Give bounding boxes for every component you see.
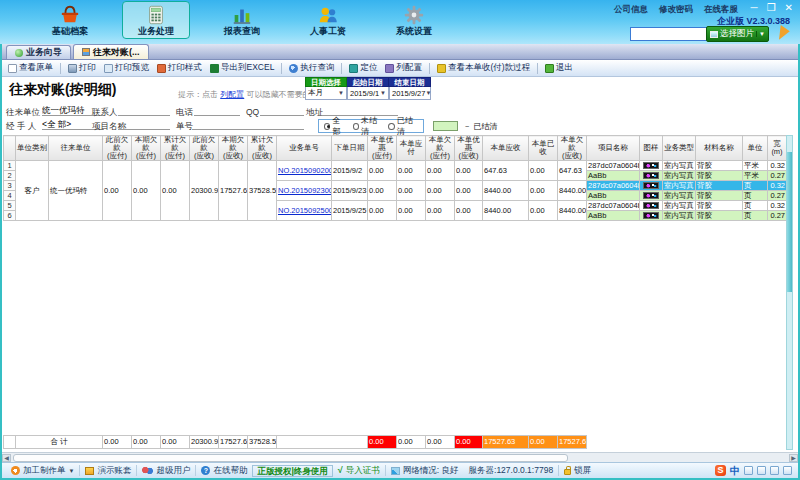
summary-row: 合 计0.000.000.0020300.9017527.6337528.530… — [4, 436, 787, 449]
column-header[interactable]: 单位 — [743, 136, 768, 161]
view-payment-process-button[interactable]: 查看本单收(付)款过程 — [433, 62, 534, 74]
column-header[interactable]: 本单欠款 (应收) — [558, 136, 587, 161]
phone-field[interactable] — [194, 105, 240, 116]
column-header[interactable]: 本单应付 — [397, 136, 426, 161]
exit-button[interactable]: 退出 — [541, 62, 577, 74]
line-project-name: AaBb — [587, 191, 640, 201]
order-no-field[interactable] — [192, 119, 304, 130]
order-link[interactable]: NO.201509020021 — [278, 166, 332, 175]
tab-reconciliation[interactable]: 往来对账(... — [73, 44, 149, 59]
column-header[interactable]: 此前欠款 (应收) — [190, 136, 219, 161]
lock-screen-item[interactable]: 锁屏 — [559, 465, 596, 477]
excel-icon — [210, 64, 219, 73]
print-button[interactable]: 打印 — [64, 62, 100, 74]
run-query-button[interactable]: 执行查询 — [285, 62, 338, 74]
chevron-down-icon[interactable]: ▼ — [756, 31, 765, 37]
demo-account-item[interactable]: 演示账套 — [80, 465, 136, 477]
nav-item-business[interactable]: 业务处理 — [122, 1, 190, 39]
nav-item-basic-archive[interactable]: 基础档案 — [36, 1, 104, 39]
sample-image[interactable] — [643, 172, 659, 179]
column-header[interactable]: 材料名称 — [696, 136, 743, 161]
import-certificate-item[interactable]: √导入证书 — [333, 465, 385, 477]
print-style-button[interactable]: 打印样式 — [153, 62, 206, 74]
sample-image[interactable] — [643, 192, 659, 199]
phone-label: 电话 — [176, 107, 193, 119]
nav-item-system-settings[interactable]: 系统设置 — [380, 1, 448, 39]
column-header[interactable]: 图样 — [640, 136, 663, 161]
end-date-dropdown[interactable]: 2015/9/27▼ — [389, 87, 431, 100]
row-number: 1 — [4, 161, 16, 171]
column-header[interactable]: 下单日期 — [332, 136, 368, 161]
scroll-left-arrow[interactable]: ◀ — [2, 454, 11, 462]
sample-image[interactable] — [643, 182, 659, 189]
maximize-button[interactable]: ❐ — [767, 2, 776, 14]
separator — [281, 63, 282, 74]
sample-image[interactable] — [643, 212, 659, 219]
column-config-button[interactable]: 列配置 — [381, 62, 426, 74]
close-button[interactable]: ✕ — [785, 2, 793, 14]
view-original-button[interactable]: 查看原单 — [4, 62, 57, 74]
horizontal-scrollbar-thumb[interactable] — [13, 454, 568, 462]
radio-all[interactable]: 全部 — [324, 115, 347, 137]
select-image-button[interactable]: 选择图片 ▼ — [706, 26, 769, 42]
export-excel-button[interactable]: 导出到EXCEL — [206, 62, 278, 74]
pen-icon[interactable] — [744, 466, 753, 475]
sogou-logo-icon[interactable]: S — [715, 465, 726, 476]
column-header[interactable] — [4, 136, 16, 161]
column-header[interactable]: 业务单号 — [277, 136, 332, 161]
ime-tray: S 中 — [715, 464, 794, 478]
company-info-link[interactable]: 公司信息 — [614, 4, 648, 16]
radio-settled[interactable]: 已结清 — [388, 115, 418, 137]
radio-unsettled[interactable]: 未结清 — [353, 115, 383, 137]
line-material: 背胶 — [696, 211, 743, 221]
column-header[interactable]: 本单应收 — [483, 136, 529, 161]
column-header[interactable]: 项目名称 — [587, 136, 640, 161]
locate-button[interactable]: 定位 — [345, 62, 381, 74]
page-title: 往来对账(按明细) — [9, 81, 116, 99]
project-field[interactable] — [118, 119, 170, 130]
order-link[interactable]: NO.201509230002 — [278, 186, 332, 195]
tab-business-wizard[interactable]: 业务向导 — [6, 45, 71, 59]
column-header[interactable]: 往来单位 — [49, 136, 103, 161]
change-password-link[interactable]: 修改密码 — [659, 4, 693, 16]
minimize-button[interactable]: ─ — [751, 2, 758, 14]
column-header[interactable]: 累计欠款 (应收) — [248, 136, 277, 161]
keyboard-icon[interactable] — [770, 466, 779, 475]
column-header[interactable]: 本单优惠 (应付) — [368, 136, 397, 161]
print-preview-button[interactable]: 打印预览 — [100, 62, 153, 74]
nav-item-hr-payroll[interactable]: 人事工资 — [294, 1, 362, 39]
horizontal-scrollbar[interactable]: ◀ ▶ — [2, 452, 798, 462]
work-order-menu[interactable]: 加工制作单▼ — [6, 465, 79, 477]
line-thumbnail-cell — [640, 201, 663, 211]
column-header[interactable]: 本单已收 — [529, 136, 558, 161]
order-link[interactable]: NO.201509250001 — [278, 206, 332, 215]
vertical-scrollbar-thumb[interactable] — [787, 152, 792, 292]
sample-image[interactable] — [643, 162, 659, 169]
emoticon-icon[interactable] — [757, 466, 766, 475]
vertical-scrollbar[interactable] — [786, 135, 793, 450]
row-number: 5 — [4, 201, 16, 211]
chinese-mode-icon[interactable]: 中 — [730, 464, 740, 478]
summary-cur-recv: 17527.63 — [219, 436, 248, 449]
qq-field[interactable] — [260, 105, 304, 116]
toolbox-icon[interactable] — [783, 466, 792, 475]
line-unit: 平米 — [743, 171, 768, 181]
start-date-dropdown[interactable]: 2015/9/1▼ — [347, 87, 389, 100]
super-user-item[interactable]: 超级用户 — [137, 465, 195, 477]
column-header[interactable]: 本期欠款 (应收) — [219, 136, 248, 161]
column-header[interactable]: 宽(m) — [768, 136, 787, 161]
column-header[interactable]: 此前欠款 (应付) — [103, 136, 132, 161]
online-help-item[interactable]: ?在线帮助 — [196, 465, 252, 477]
column-config-link[interactable]: 列配置 — [220, 90, 244, 99]
column-header[interactable]: 累计欠款 (应付) — [161, 136, 190, 161]
sample-image[interactable] — [643, 202, 659, 209]
column-header[interactable]: 本单优惠 (应收) — [455, 136, 483, 161]
date-range-dropdown[interactable]: 本月▼ — [305, 87, 347, 100]
nav-item-reports[interactable]: 报表查询 — [208, 1, 276, 39]
column-header[interactable]: 本单欠款 (应付) — [426, 136, 455, 161]
column-header[interactable]: 业务类型 — [663, 136, 696, 161]
column-header[interactable]: 单位类别 — [16, 136, 49, 161]
column-header[interactable]: 本期欠款 (应付) — [132, 136, 161, 161]
scroll-right-arrow[interactable]: ▶ — [789, 454, 798, 462]
contact-field[interactable] — [118, 105, 170, 116]
